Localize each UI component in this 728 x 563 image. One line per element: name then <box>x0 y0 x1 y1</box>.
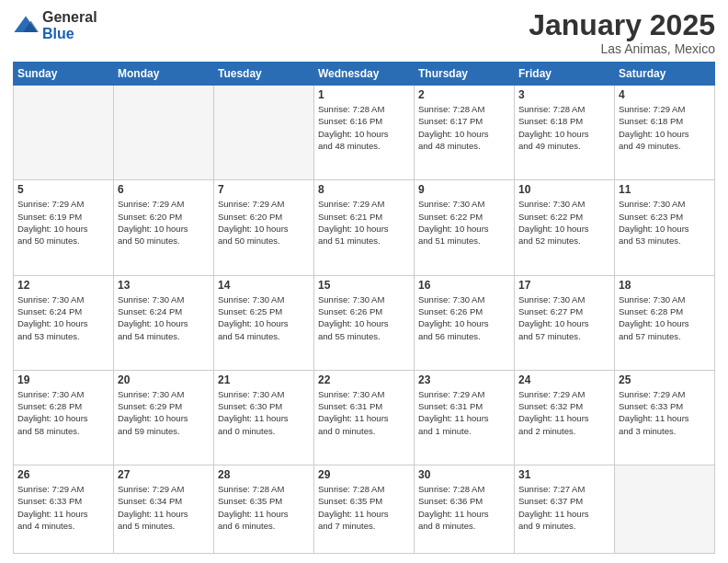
header-wednesday: Wednesday <box>314 63 415 86</box>
table-row: 10Sunrise: 7:30 AMSunset: 6:22 PMDayligh… <box>515 180 615 275</box>
day-number: 30 <box>418 468 510 481</box>
day-info: Sunrise: 7:27 AMSunset: 6:37 PMDaylight:… <box>518 483 610 532</box>
location: Las Animas, Mexico <box>529 41 715 56</box>
table-row: 2Sunrise: 7:28 AMSunset: 6:17 PMDaylight… <box>415 86 515 180</box>
logo-icon <box>13 13 39 39</box>
day-number: 12 <box>17 279 109 292</box>
header-thursday: Thursday <box>415 63 515 86</box>
table-row <box>615 465 715 554</box>
logo-text: General Blue <box>42 9 97 41</box>
table-row: 4Sunrise: 7:29 AMSunset: 6:18 PMDaylight… <box>615 86 715 180</box>
table-row: 31Sunrise: 7:27 AMSunset: 6:37 PMDayligh… <box>515 465 615 554</box>
header: General Blue January 2025 Las Animas, Me… <box>13 9 715 56</box>
header-saturday: Saturday <box>615 63 715 86</box>
title-block: January 2025 Las Animas, Mexico <box>529 9 715 56</box>
table-row: 8Sunrise: 7:29 AMSunset: 6:21 PMDaylight… <box>314 180 415 275</box>
day-info: Sunrise: 7:29 AMSunset: 6:32 PMDaylight:… <box>518 388 610 437</box>
table-row: 1Sunrise: 7:28 AMSunset: 6:16 PMDaylight… <box>314 86 415 180</box>
table-row: 27Sunrise: 7:29 AMSunset: 6:34 PMDayligh… <box>114 465 214 554</box>
day-info: Sunrise: 7:29 AMSunset: 6:19 PMDaylight:… <box>17 198 109 247</box>
table-row: 30Sunrise: 7:28 AMSunset: 6:36 PMDayligh… <box>415 465 515 554</box>
day-info: Sunrise: 7:29 AMSunset: 6:20 PMDaylight:… <box>218 198 310 247</box>
table-row: 23Sunrise: 7:29 AMSunset: 6:31 PMDayligh… <box>415 370 515 465</box>
table-row: 12Sunrise: 7:30 AMSunset: 6:24 PMDayligh… <box>14 275 114 370</box>
logo-blue-text: Blue <box>42 26 97 42</box>
header-monday: Monday <box>114 63 214 86</box>
table-row: 6Sunrise: 7:29 AMSunset: 6:20 PMDaylight… <box>114 180 214 275</box>
table-row: 13Sunrise: 7:30 AMSunset: 6:24 PMDayligh… <box>114 275 214 370</box>
table-row: 17Sunrise: 7:30 AMSunset: 6:27 PMDayligh… <box>515 275 615 370</box>
table-row <box>214 86 314 180</box>
day-info: Sunrise: 7:30 AMSunset: 6:22 PMDaylight:… <box>518 198 610 247</box>
day-number: 18 <box>619 279 711 292</box>
day-number: 10 <box>518 183 610 196</box>
day-number: 27 <box>118 468 210 481</box>
calendar-week-row: 19Sunrise: 7:30 AMSunset: 6:28 PMDayligh… <box>14 370 715 465</box>
day-info: Sunrise: 7:30 AMSunset: 6:23 PMDaylight:… <box>619 198 711 247</box>
day-number: 13 <box>118 279 210 292</box>
calendar-week-row: 26Sunrise: 7:29 AMSunset: 6:33 PMDayligh… <box>14 465 715 554</box>
day-info: Sunrise: 7:29 AMSunset: 6:18 PMDaylight:… <box>619 103 711 152</box>
day-info: Sunrise: 7:29 AMSunset: 6:20 PMDaylight:… <box>118 198 210 247</box>
table-row <box>114 86 214 180</box>
weekday-header-row: Sunday Monday Tuesday Wednesday Thursday… <box>14 63 715 86</box>
day-info: Sunrise: 7:30 AMSunset: 6:26 PMDaylight:… <box>418 293 510 342</box>
day-number: 26 <box>17 468 109 481</box>
day-number: 31 <box>518 468 610 481</box>
day-number: 11 <box>619 183 711 196</box>
header-sunday: Sunday <box>14 63 114 86</box>
table-row: 24Sunrise: 7:29 AMSunset: 6:32 PMDayligh… <box>515 370 615 465</box>
day-number: 25 <box>619 373 711 386</box>
table-row: 16Sunrise: 7:30 AMSunset: 6:26 PMDayligh… <box>415 275 515 370</box>
table-row: 11Sunrise: 7:30 AMSunset: 6:23 PMDayligh… <box>615 180 715 275</box>
table-row: 22Sunrise: 7:30 AMSunset: 6:31 PMDayligh… <box>314 370 415 465</box>
day-number: 22 <box>318 373 410 386</box>
table-row: 7Sunrise: 7:29 AMSunset: 6:20 PMDaylight… <box>214 180 314 275</box>
day-number: 3 <box>518 88 610 101</box>
day-info: Sunrise: 7:30 AMSunset: 6:24 PMDaylight:… <box>118 293 210 342</box>
calendar-week-row: 5Sunrise: 7:29 AMSunset: 6:19 PMDaylight… <box>14 180 715 275</box>
day-number: 4 <box>619 88 711 101</box>
day-info: Sunrise: 7:28 AMSunset: 6:35 PMDaylight:… <box>318 483 410 532</box>
page: General Blue January 2025 Las Animas, Me… <box>0 0 728 563</box>
day-info: Sunrise: 7:30 AMSunset: 6:31 PMDaylight:… <box>318 388 410 437</box>
day-info: Sunrise: 7:28 AMSunset: 6:16 PMDaylight:… <box>318 103 410 152</box>
day-number: 9 <box>418 183 510 196</box>
day-info: Sunrise: 7:28 AMSunset: 6:17 PMDaylight:… <box>418 103 510 152</box>
day-number: 8 <box>318 183 410 196</box>
day-number: 16 <box>418 279 510 292</box>
day-info: Sunrise: 7:30 AMSunset: 6:28 PMDaylight:… <box>619 293 711 342</box>
day-number: 24 <box>518 373 610 386</box>
logo-general-text: General <box>42 9 97 26</box>
day-info: Sunrise: 7:28 AMSunset: 6:35 PMDaylight:… <box>218 483 310 532</box>
day-info: Sunrise: 7:28 AMSunset: 6:18 PMDaylight:… <box>518 103 610 152</box>
day-info: Sunrise: 7:28 AMSunset: 6:36 PMDaylight:… <box>418 483 510 532</box>
day-info: Sunrise: 7:29 AMSunset: 6:31 PMDaylight:… <box>418 388 510 437</box>
day-info: Sunrise: 7:30 AMSunset: 6:29 PMDaylight:… <box>118 388 210 437</box>
day-number: 21 <box>218 373 310 386</box>
day-number: 20 <box>118 373 210 386</box>
calendar-table: Sunday Monday Tuesday Wednesday Thursday… <box>13 62 715 554</box>
table-row: 28Sunrise: 7:28 AMSunset: 6:35 PMDayligh… <box>214 465 314 554</box>
day-number: 29 <box>318 468 410 481</box>
day-info: Sunrise: 7:29 AMSunset: 6:34 PMDaylight:… <box>118 483 210 532</box>
day-number: 2 <box>418 88 510 101</box>
table-row: 15Sunrise: 7:30 AMSunset: 6:26 PMDayligh… <box>314 275 415 370</box>
table-row: 19Sunrise: 7:30 AMSunset: 6:28 PMDayligh… <box>14 370 114 465</box>
day-info: Sunrise: 7:30 AMSunset: 6:26 PMDaylight:… <box>318 293 410 342</box>
table-row: 3Sunrise: 7:28 AMSunset: 6:18 PMDaylight… <box>515 86 615 180</box>
header-tuesday: Tuesday <box>214 63 314 86</box>
table-row: 5Sunrise: 7:29 AMSunset: 6:19 PMDaylight… <box>14 180 114 275</box>
calendar-week-row: 12Sunrise: 7:30 AMSunset: 6:24 PMDayligh… <box>14 275 715 370</box>
header-friday: Friday <box>515 63 615 86</box>
table-row: 25Sunrise: 7:29 AMSunset: 6:33 PMDayligh… <box>615 370 715 465</box>
day-number: 6 <box>118 183 210 196</box>
day-number: 28 <box>218 468 310 481</box>
table-row: 26Sunrise: 7:29 AMSunset: 6:33 PMDayligh… <box>14 465 114 554</box>
table-row: 20Sunrise: 7:30 AMSunset: 6:29 PMDayligh… <box>114 370 214 465</box>
logo: General Blue <box>13 9 97 41</box>
day-number: 1 <box>318 88 410 101</box>
day-number: 17 <box>518 279 610 292</box>
table-row: 21Sunrise: 7:30 AMSunset: 6:30 PMDayligh… <box>214 370 314 465</box>
month-title: January 2025 <box>529 9 715 41</box>
